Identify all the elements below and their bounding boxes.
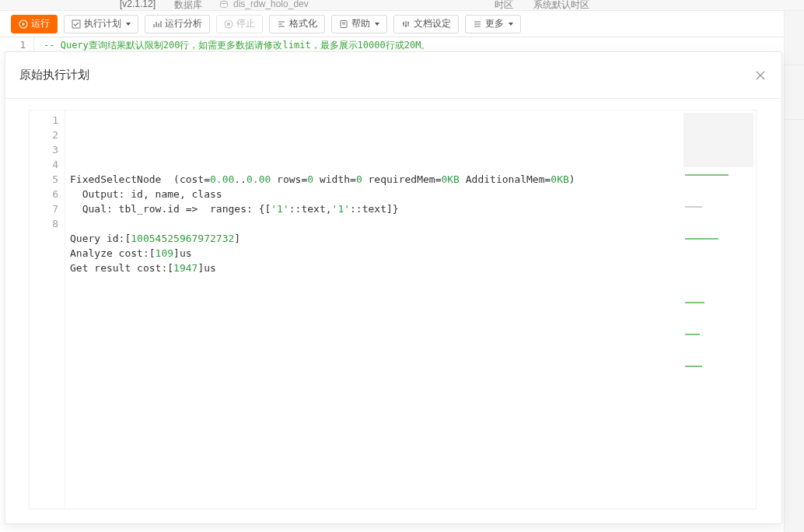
editor-comment: -- Query查询结果默认限制200行，如需更多数据请修改limit，最多展示… — [34, 39, 430, 52]
toolbar: 运行 执行计划 运行分析 停止 格式化 帮助 文档设定 — [0, 11, 804, 37]
line-number: 1 — [0, 37, 34, 53]
context-bar: [v2.1.12] 数据库 dis_rdw_holo_dev 时区 系统默认时区 — [0, 0, 804, 11]
line-number: 5 — [30, 172, 58, 187]
chevron-down-icon — [126, 23, 131, 26]
code-line: Qual: tbl_row.id => ranges: {['1'::text,… — [70, 201, 751, 216]
menu-icon — [473, 19, 482, 29]
svg-point-6 — [403, 23, 404, 24]
svg-point-0 — [221, 1, 228, 3]
line-number: 3 — [30, 142, 58, 157]
format-button[interactable]: 格式化 — [269, 15, 325, 33]
format-label: 格式化 — [289, 17, 317, 30]
more-label: 更多 — [485, 17, 504, 30]
settings-icon — [401, 19, 411, 29]
rail-item[interactable] — [785, 11, 804, 65]
comment-prefix: -- — [44, 40, 61, 51]
line-number: 2 — [30, 128, 58, 142]
line-number: 8 — [30, 216, 58, 231]
code-line: Query id:[10054525967972732] — [70, 231, 751, 246]
code-editor[interactable]: 12345678 FixedSelectNode (cost — [29, 110, 757, 509]
db-label: 数据库 — [174, 0, 202, 12]
code-content[interactable]: FixedSelectNode (cost=0.00..0.00 rows=0 … — [65, 110, 756, 509]
exec-plan-button[interactable]: 执行计划 — [64, 15, 138, 33]
comment-body: Query查询结果默认限制200行，如需更多数据请修改limit，最多展示100… — [61, 40, 431, 51]
play-icon — [19, 19, 28, 29]
code-line: Get result cost:[1947]us — [70, 261, 751, 275]
svg-rect-2 — [72, 20, 80, 28]
line-number: 1 — [30, 113, 58, 128]
chevron-down-icon — [509, 23, 513, 26]
chevron-down-icon — [375, 23, 379, 26]
version-label: [v2.1.12] — [120, 0, 156, 9]
exec-plan-label: 执行计划 — [84, 17, 121, 30]
right-rail — [784, 11, 804, 532]
line-number: 7 — [30, 201, 58, 216]
stop-label: 停止 — [236, 17, 255, 30]
gutter: 12345678 — [30, 110, 65, 509]
format-icon — [277, 19, 286, 29]
line-number: 6 — [30, 187, 58, 201]
analyze-button[interactable]: 运行分析 — [145, 15, 210, 33]
code-line: Analyze cost:[109]us — [70, 246, 751, 261]
chart-icon — [152, 19, 162, 29]
svg-point-7 — [405, 25, 407, 26]
editor-row: 1 -- Query查询结果默认限制200行，如需更多数据请修改limit，最多… — [0, 37, 804, 53]
code-line — [70, 157, 751, 172]
help-button[interactable]: 帮助 — [331, 15, 387, 33]
close-icon[interactable] — [753, 68, 767, 82]
run-button[interactable]: 运行 — [11, 15, 58, 33]
more-button[interactable]: 更多 — [465, 15, 521, 33]
book-icon — [339, 19, 348, 29]
stop-button: 停止 — [216, 15, 263, 33]
code-line: FixedSelectNode (cost=0.00..0.00 rows=0 … — [70, 172, 751, 187]
tz-label: 时区 — [495, 0, 513, 12]
tz-value: 系统默认时区 — [533, 0, 589, 12]
analyze-label: 运行分析 — [165, 17, 202, 30]
line-number: 4 — [30, 157, 58, 172]
modal-title: 原始执行计划 — [19, 68, 89, 82]
raw-plan-modal: 原始执行计划 12345678 — [5, 51, 782, 524]
minimap[interactable] — [683, 113, 753, 509]
docset-label: 文档设定 — [414, 17, 451, 30]
rail-item[interactable] — [785, 65, 804, 120]
svg-rect-4 — [227, 23, 230, 26]
docset-button[interactable]: 文档设定 — [393, 15, 459, 33]
help-label: 帮助 — [351, 17, 370, 30]
stop-icon — [224, 19, 233, 29]
modal-header: 原始执行计划 — [5, 52, 781, 99]
minimap-viewport[interactable] — [683, 113, 753, 167]
plan-icon — [72, 19, 81, 29]
svg-point-8 — [407, 22, 409, 23]
database-icon — [219, 0, 229, 9]
db-name: dis_rdw_holo_dev — [233, 0, 309, 9]
run-label: 运行 — [31, 17, 50, 30]
code-line: Output: id, name, class — [70, 187, 751, 201]
code-line — [70, 216, 751, 231]
modal-body: 12345678 FixedSelectNode (cost — [5, 99, 781, 523]
